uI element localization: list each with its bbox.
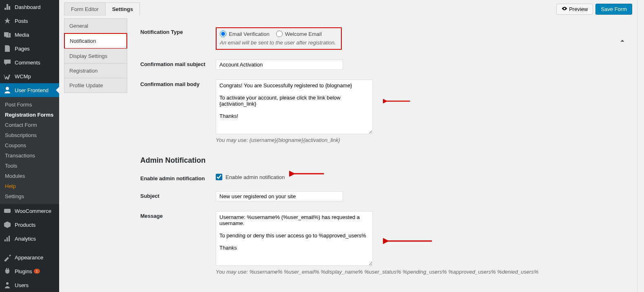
tabs: Form Editor Settings <box>64 2 139 16</box>
radio-email-verification[interactable] <box>220 31 226 37</box>
submenu-coupons[interactable]: Coupons <box>0 140 59 150</box>
collapse-caret-icon[interactable] <box>620 39 625 45</box>
confirmation-body-label: Confirmation mail body <box>140 80 216 143</box>
notification-hint: An email will be sent to the user after … <box>220 40 336 46</box>
settings-nav-profile-update[interactable]: Profile Update <box>64 78 127 93</box>
submenu-modules[interactable]: Modules <box>0 171 59 181</box>
submenu-subscriptions[interactable]: Subscriptions <box>0 130 59 140</box>
radio-welcome-email[interactable] <box>276 31 283 37</box>
sidebar-item-label: Appearance <box>15 254 43 261</box>
sidebar-item-label: Comments <box>15 60 40 66</box>
settings-nav-notification[interactable]: Notification <box>64 33 127 49</box>
submenu-contact-form[interactable]: Contact Form <box>0 120 59 130</box>
sidebar-item-label: Products <box>15 222 35 228</box>
dashboard-icon <box>3 3 11 11</box>
sidebar-item-products[interactable]: Products <box>0 218 59 232</box>
enable-admin-label: Enable admin notification <box>140 174 216 181</box>
sidebar-item-label: Media <box>15 32 29 38</box>
submenu-transactions[interactable]: Transactions <box>0 150 59 161</box>
sidebar-item-label: Pages <box>15 46 30 52</box>
tab-form-editor[interactable]: Form Editor <box>64 2 106 16</box>
sidebar-item-media[interactable]: Media <box>0 28 59 42</box>
main-content: Form Editor Settings Preview Save Form G… <box>59 0 637 292</box>
confirmation-subject-input[interactable] <box>216 60 343 70</box>
sidebar-item-label: Analytics <box>15 236 36 242</box>
eye-icon <box>562 6 567 13</box>
notification-type-label: Notification Type <box>140 27 216 50</box>
sidebar-item-appearance[interactable]: Appearance <box>0 250 59 264</box>
sidebar-item-users[interactable]: Users <box>0 278 59 292</box>
analytics-icon <box>3 234 11 243</box>
users-icon <box>3 281 11 289</box>
sidebar-item-user-frontend[interactable]: User Frontend <box>0 83 59 97</box>
confirmation-subject-label: Confirmation mail subject <box>140 60 216 70</box>
submenu-help[interactable]: Help <box>0 181 59 191</box>
sidebar-item-posts[interactable]: Posts <box>0 14 59 28</box>
submenu-registration-forms[interactable]: Registration Forms <box>0 110 59 120</box>
topbar: Form Editor Settings Preview Save Form <box>59 0 637 16</box>
enable-admin-checkbox[interactable] <box>216 174 222 180</box>
sidebar-item-pages[interactable]: Pages <box>0 42 59 55</box>
annotation-arrow <box>383 237 434 245</box>
settings-nav-registration[interactable]: Registration <box>64 63 127 78</box>
sidebar-item-plugins[interactable]: Plugins 1 <box>0 264 59 278</box>
scrollbar[interactable] <box>637 0 644 292</box>
sidebar-item-analytics[interactable]: Analytics <box>0 232 59 246</box>
plugins-badge: 1 <box>34 269 40 274</box>
preview-button[interactable]: Preview <box>556 4 593 15</box>
submenu-post-forms[interactable]: Post Forms <box>0 100 59 110</box>
svg-point-1 <box>6 282 9 285</box>
sidebar-item-label: WooCommerce <box>15 208 51 214</box>
userfrontend-icon <box>3 86 11 94</box>
settings-nav-display[interactable]: Display Settings <box>64 49 127 64</box>
pin-icon <box>3 17 11 25</box>
enable-admin-checkbox-label: Enable admin notification <box>226 174 285 180</box>
media-icon <box>3 31 11 39</box>
annotation-arrow <box>383 97 412 105</box>
products-icon <box>3 221 11 229</box>
comments-icon <box>3 58 11 66</box>
sidebar-item-label: Plugins <box>15 268 32 274</box>
sidebar-item-label: Users <box>15 282 29 288</box>
sidebar-item-comments[interactable]: Comments <box>0 55 59 69</box>
sidebar-item-woocommerce[interactable]: WooCommerce <box>0 204 59 218</box>
sidebar-item-label: User Frontend <box>15 87 49 93</box>
submenu-settings[interactable]: Settings <box>0 191 59 201</box>
admin-notification-heading: Admin Notification <box>140 156 624 165</box>
sidebar-item-label: Dashboard <box>15 4 41 10</box>
sidebar-item-dashboard[interactable]: Dashboard <box>0 0 59 14</box>
plugins-icon <box>3 267 11 275</box>
pages-icon <box>3 44 11 53</box>
sidebar-item-label: Posts <box>15 18 28 24</box>
wcmp-icon <box>3 72 11 80</box>
message-textarea[interactable] <box>216 211 373 266</box>
subject-label: Subject <box>140 191 216 201</box>
save-form-button[interactable]: Save Form <box>595 4 632 15</box>
settings-nav-general[interactable]: General <box>64 18 127 33</box>
notification-type-highlight: Email Verification Welcome Email An emai… <box>216 27 342 50</box>
sidebar-submenu: Post Forms Registration Forms Contact Fo… <box>0 97 59 204</box>
settings-nav: General Notification Display Settings Re… <box>64 18 127 292</box>
confirmation-body-textarea[interactable] <box>216 80 373 134</box>
sidebar-item-label: WCMp <box>15 73 31 80</box>
preview-label: Preview <box>569 6 588 12</box>
settings-form: Notification Type Email Verification Wel… <box>132 18 632 292</box>
svg-rect-0 <box>4 209 11 213</box>
radio-email-verification-label: Email Verification <box>229 31 270 37</box>
message-hint: You may use: %username% %user_email% %di… <box>216 269 624 275</box>
woo-icon <box>3 207 11 215</box>
annotation-arrow <box>289 170 326 178</box>
admin-sidebar: Dashboard Posts Media Pages Comments WCM… <box>0 0 59 292</box>
confirmation-body-hint: You may use: {username}{blogname}{activa… <box>216 137 624 143</box>
tab-settings[interactable]: Settings <box>105 2 140 16</box>
radio-welcome-email-label: Welcome Email <box>285 31 322 37</box>
message-label: Message <box>140 211 216 275</box>
subject-input[interactable] <box>216 191 343 201</box>
sidebar-item-wcmp[interactable]: WCMp <box>0 69 59 83</box>
topbar-actions: Preview Save Form <box>556 4 632 15</box>
submenu-tools[interactable]: Tools <box>0 161 59 171</box>
appearance-icon <box>3 253 11 261</box>
